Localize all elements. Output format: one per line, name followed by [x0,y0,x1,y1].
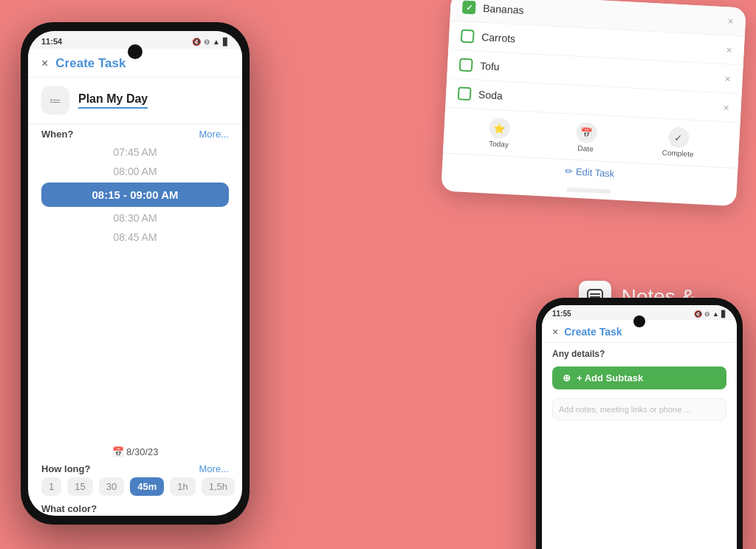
left-title-colored: Task [98,56,126,70]
right-camera [633,316,645,327]
time-slot-0745[interactable]: 07:45 AM [28,143,242,162]
left-close-btn[interactable]: × [41,57,48,70]
right-close-btn[interactable]: × [552,326,558,338]
checkbox-tofu[interactable] [459,58,473,72]
how-long-label: How long? [41,463,90,474]
add-subtask-plus: ⊕ [563,372,571,383]
right-phone-screen: 11:55 🔇 ⊖ ▲ ▊ × Create Task Any details?… [542,305,737,549]
edit-task-label: ✏ Edit Task [565,166,615,179]
complete-icon: ✓ [667,126,689,148]
list-item-carrots-text: Carrots [481,31,719,55]
task-type-icon: ≔ [41,86,69,115]
left-header-title: Create Task [55,56,126,71]
list-item-soda-text: Soda [478,89,716,113]
time-picker: 07:45 AM 08:00 AM 08:15 - 09:00 AM 08:30… [28,140,242,443]
add-subtask-label: + Add Subtask [577,372,643,383]
left-title-plain: Create [55,56,98,70]
right-title-colored: Task [599,326,622,338]
dur-1h[interactable]: 1h [170,477,195,496]
dur-15h[interactable]: 1,5h [202,477,235,496]
checkbox-carrots[interactable] [461,29,475,43]
list-item-tofu-text: Tofu [480,60,718,84]
date-icon: 📅 [575,122,597,143]
list-item-bananas-text: Bananas [483,2,721,27]
checkbox-bananas[interactable] [462,1,476,15]
notes-input-placeholder[interactable]: Add notes, meeting links or phone ... [552,398,726,420]
left-camera [128,44,142,59]
when-more-link[interactable]: More... [199,129,229,140]
task-name-row: ≔ Plan My Day [28,78,242,124]
task-name-text[interactable]: Plan My Day [78,92,148,109]
complete-label: Complete [662,149,693,158]
time-slot-0830[interactable]: 08:30 AM [28,208,242,228]
left-status-icons: 🔇 ⊖ ▲ ▊ [192,38,229,46]
today-icon: ⭐ [489,117,510,139]
duration-row: 1 15 30 45m 1h 1,5h [28,474,242,499]
dur-45m[interactable]: 45m [130,477,164,496]
date-action-btn[interactable]: 📅 Date [575,122,597,153]
time-slot-0800[interactable]: 08:00 AM [28,162,242,181]
left-time: 11:54 [41,37,62,46]
remove-bananas-btn[interactable]: × [727,15,734,27]
remove-tofu-btn[interactable]: × [724,72,731,84]
time-slot-0845[interactable]: 08:45 AM [28,228,242,247]
date-row[interactable]: 📅 8/30/23 [28,443,242,460]
time-slot-selected[interactable]: 08:15 - 09:00 AM [41,183,229,207]
right-phone: 11:55 🔇 ⊖ ▲ ▊ × Create Task Any details?… [536,298,743,549]
right-time: 11:55 [552,310,571,318]
add-subtask-btn[interactable]: ⊕ + Add Subtask [552,366,726,389]
remove-carrots-btn[interactable]: × [726,44,732,55]
checkbox-soda[interactable] [458,86,472,100]
remove-soda-btn[interactable]: × [723,101,729,113]
dur-30[interactable]: 30 [99,477,124,496]
when-label: When? [41,129,73,140]
any-details-label: Any details? [542,343,737,362]
complete-action-btn[interactable]: ✓ Complete [662,126,695,158]
how-long-more-link[interactable]: More... [199,463,229,474]
left-phone-screen: 11:54 🔇 ⊖ ▲ ▊ × Create Task ≔ Plan My Da… [28,31,242,516]
dur-1[interactable]: 1 [41,477,61,496]
right-header-title: Create Task [564,326,622,338]
right-status-icons: 🔇 ⊖ ▲ ▊ [694,310,726,318]
left-phone: 11:54 🔇 ⊖ ▲ ▊ × Create Task ≔ Plan My Da… [21,22,250,525]
today-action-btn[interactable]: ⭐ Today [488,117,510,149]
today-label: Today [489,140,509,149]
date-label: Date [577,144,594,153]
shopping-list-card: Bananas × Carrots × Tofu × Soda × ⭐ Toda… [441,0,746,206]
dur-15[interactable]: 15 [67,477,92,496]
right-title-plain: Create [564,326,599,338]
color-label: What color? [28,499,242,516]
